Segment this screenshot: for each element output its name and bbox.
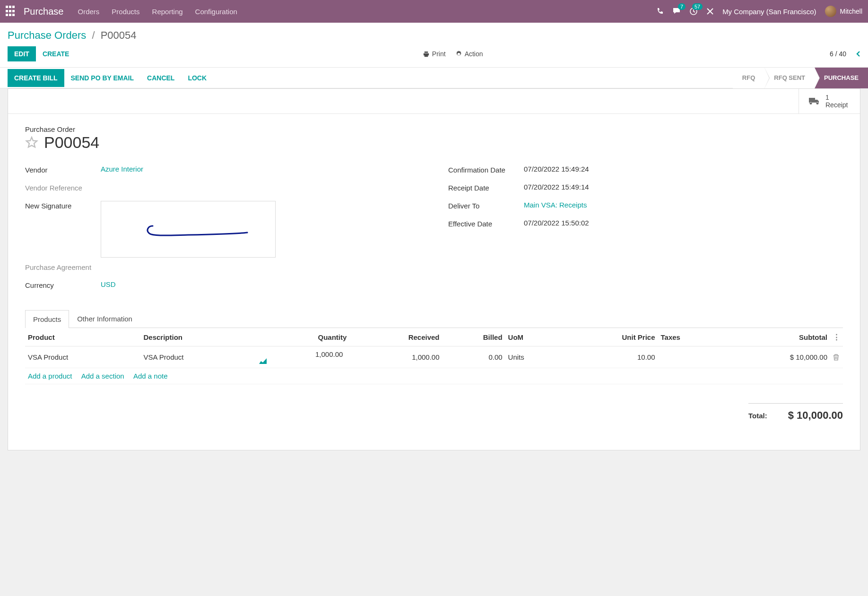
messages-badge: 7 bbox=[678, 3, 686, 10]
star-icon[interactable] bbox=[25, 136, 38, 149]
cell-qty: 1,000.00 bbox=[256, 346, 349, 368]
receipt-stat-button[interactable]: 1 Receipt bbox=[799, 89, 860, 113]
breadcrumb-sep: / bbox=[92, 29, 95, 41]
stat-button-box: 1 Receipt bbox=[8, 89, 860, 114]
currency-value[interactable]: USD bbox=[101, 280, 420, 288]
truck-icon bbox=[808, 96, 821, 106]
apps-icon[interactable] bbox=[6, 6, 17, 17]
th-qty: Quantity bbox=[256, 328, 349, 346]
confirm-label: Confirmation Date bbox=[448, 165, 524, 174]
form-sheet: 1 Receipt Purchase Order P00054 Vendor bbox=[8, 88, 860, 450]
create-button[interactable]: CREATE bbox=[36, 46, 76, 61]
nav-products[interactable]: Products bbox=[112, 8, 139, 16]
company-selector[interactable]: My Company (San Francisco) bbox=[722, 8, 816, 16]
tab-products[interactable]: Products bbox=[25, 310, 69, 328]
cancel-button[interactable]: CANCEL bbox=[140, 69, 181, 87]
doc-title-label: Purchase Order bbox=[25, 125, 843, 133]
cell-received: 1,000.00 bbox=[349, 346, 442, 368]
stage-rfq[interactable]: RFQ bbox=[733, 68, 764, 88]
th-subtotal: Subtotal bbox=[721, 328, 830, 346]
cell-taxes bbox=[658, 346, 722, 368]
cell-billed: 0.00 bbox=[443, 346, 505, 368]
form-container: 1 Receipt Purchase Order P00054 Vendor bbox=[0, 88, 868, 450]
status-stages: RFQ RFQ SENT PURCHASE bbox=[733, 68, 868, 88]
lock-button[interactable]: LOCK bbox=[181, 69, 213, 87]
pager-text: 6 / 40 bbox=[830, 50, 846, 58]
deliver-label: Deliver To bbox=[448, 201, 524, 210]
th-taxes: Taxes bbox=[658, 328, 722, 346]
confirm-value: 07/20/2022 15:49:24 bbox=[524, 165, 843, 173]
pager-prev[interactable] bbox=[856, 51, 860, 57]
nav-configuration[interactable]: Configuration bbox=[195, 8, 237, 16]
signature-label: New Signature bbox=[25, 201, 101, 210]
deliver-value[interactable]: Main VSA: Receipts bbox=[524, 201, 843, 209]
cell-subtotal: $ 10,000.00 bbox=[721, 346, 830, 368]
action-button[interactable]: Action bbox=[455, 50, 483, 58]
cell-desc: VSA Product bbox=[140, 346, 256, 368]
nav-menu: Orders Products Reporting Configuration bbox=[78, 8, 657, 16]
total-value: $ 10,000.00 bbox=[788, 409, 843, 422]
vendor-label: Vendor bbox=[25, 165, 101, 174]
th-unit-price: Unit Price bbox=[560, 328, 658, 346]
receipt-date-label: Receipt Date bbox=[448, 183, 524, 192]
th-desc: Description bbox=[140, 328, 256, 346]
trash-icon[interactable] bbox=[833, 354, 840, 361]
stat-label: Receipt bbox=[825, 101, 848, 109]
cell-uom: Units bbox=[505, 346, 560, 368]
vendor-value[interactable]: Azure Interior bbox=[101, 165, 420, 173]
top-navbar: Purchase Orders Products Reporting Confi… bbox=[0, 0, 868, 23]
total-label: Total: bbox=[748, 412, 767, 420]
nav-orders[interactable]: Orders bbox=[78, 8, 100, 16]
th-col-menu[interactable]: ⋮ bbox=[830, 328, 843, 346]
add-links-row: Add a product Add a section Add a note bbox=[25, 368, 843, 384]
create-bill-button[interactable]: CREATE BILL bbox=[8, 69, 64, 87]
user-menu[interactable]: Mitchell bbox=[825, 6, 862, 17]
avatar-icon bbox=[825, 6, 836, 17]
vendor-ref-label: Vendor Reference bbox=[25, 183, 101, 192]
breadcrumb-root[interactable]: Purchase Orders bbox=[8, 29, 86, 41]
messages-icon[interactable]: 7 bbox=[672, 7, 681, 16]
phone-icon[interactable] bbox=[656, 8, 664, 15]
edit-button[interactable]: EDIT bbox=[8, 46, 36, 61]
stage-rfq-sent[interactable]: RFQ SENT bbox=[764, 68, 815, 88]
forecast-icon[interactable] bbox=[259, 358, 347, 364]
user-name: Mitchell bbox=[840, 8, 862, 15]
right-col: Confirmation Date 07/20/2022 15:49:24 Re… bbox=[448, 165, 843, 298]
receipt-date-value: 07/20/2022 15:49:14 bbox=[524, 183, 843, 191]
tab-other-info[interactable]: Other Information bbox=[69, 310, 140, 328]
cell-product: VSA Product bbox=[25, 346, 140, 368]
send-po-button[interactable]: SEND PO BY EMAIL bbox=[64, 69, 141, 87]
add-section-link[interactable]: Add a section bbox=[81, 372, 124, 380]
add-product-link[interactable]: Add a product bbox=[28, 372, 72, 380]
th-billed: Billed bbox=[443, 328, 505, 346]
print-icon bbox=[423, 51, 430, 58]
breadcrumb-current: P00054 bbox=[101, 29, 137, 41]
effective-label: Effective Date bbox=[448, 219, 524, 228]
add-note-link[interactable]: Add a note bbox=[133, 372, 168, 380]
topbar-right: 7 57 My Company (San Francisco) Mitchell bbox=[656, 6, 862, 17]
chevron-left-icon bbox=[856, 51, 860, 57]
debug-icon[interactable] bbox=[706, 8, 714, 15]
gear-icon bbox=[455, 51, 462, 58]
left-col: Vendor Azure Interior Vendor Reference N… bbox=[25, 165, 420, 298]
th-product: Product bbox=[25, 328, 140, 346]
stat-count: 1 bbox=[825, 94, 848, 101]
statusbar: CREATE BILL SEND PO BY EMAIL CANCEL LOCK… bbox=[0, 68, 868, 88]
control-panel: Purchase Orders / P00054 EDIT CREATE Pri… bbox=[0, 23, 868, 68]
effective-value: 07/20/2022 15:50:02 bbox=[524, 219, 843, 227]
order-lines-table: Product Description Quantity Received Bi… bbox=[25, 328, 843, 384]
stage-purchase[interactable]: PURCHASE bbox=[815, 68, 868, 88]
nav-reporting[interactable]: Reporting bbox=[152, 8, 183, 16]
totals: Total: $ 10,000.00 bbox=[25, 403, 843, 422]
app-name: Purchase bbox=[24, 6, 64, 17]
activity-icon[interactable]: 57 bbox=[689, 7, 698, 16]
print-button[interactable]: Print bbox=[423, 50, 446, 58]
table-row[interactable]: VSA Product VSA Product 1,000.00 1,000.0… bbox=[25, 346, 843, 368]
breadcrumb: Purchase Orders / P00054 bbox=[8, 29, 137, 42]
po-name: P00054 bbox=[44, 133, 99, 152]
tabs: Products Other Information bbox=[25, 310, 843, 328]
activity-badge: 57 bbox=[692, 3, 703, 10]
th-uom: UoM bbox=[505, 328, 560, 346]
th-received: Received bbox=[349, 328, 442, 346]
currency-label: Currency bbox=[25, 280, 101, 289]
